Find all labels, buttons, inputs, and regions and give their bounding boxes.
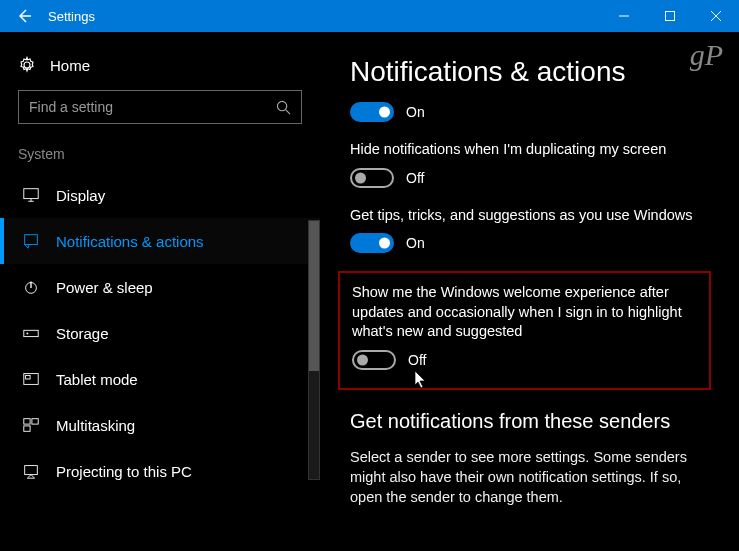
svg-rect-0 [666, 12, 675, 21]
sidebar-item-label: Storage [56, 325, 109, 342]
maximize-icon [665, 11, 675, 21]
back-button[interactable] [0, 0, 48, 32]
setting-welcome-experience: Show me the Windows welcome experience a… [352, 283, 697, 370]
sidebar-item-label: Projecting to this PC [56, 463, 192, 480]
home-label: Home [50, 57, 90, 74]
svg-rect-8 [26, 375, 31, 379]
arrow-left-icon [16, 8, 32, 24]
page-title: Notifications & actions [350, 56, 711, 88]
toggle-state: On [406, 104, 425, 120]
sidebar: Home System Display Notifications & acti… [0, 32, 320, 551]
sidebar-item-label: Power & sleep [56, 279, 153, 296]
minimize-icon [619, 11, 629, 21]
content-pane: Notifications & actions On Hide notifica… [320, 32, 739, 551]
svg-rect-5 [24, 330, 38, 336]
setting-notifications-master: On [350, 102, 711, 122]
window-title: Settings [48, 9, 601, 24]
multitasking-icon [22, 416, 40, 434]
sidebar-item-label: Multitasking [56, 417, 135, 434]
setting-tips: Get tips, tricks, and suggestions as you… [350, 206, 711, 254]
gear-icon [18, 56, 36, 74]
scrollbar-thumb[interactable] [309, 221, 319, 371]
svg-rect-11 [24, 426, 30, 431]
sidebar-item-projecting[interactable]: Projecting to this PC [0, 448, 320, 494]
sidebar-item-label: Notifications & actions [56, 233, 204, 250]
svg-point-6 [27, 333, 29, 335]
sidebar-item-label: Display [56, 187, 105, 204]
senders-description: Select a sender to see more settings. So… [350, 447, 711, 508]
sidebar-item-multitasking[interactable]: Multitasking [0, 402, 320, 448]
storage-icon [22, 324, 40, 342]
setting-label: Show me the Windows welcome experience a… [352, 283, 697, 342]
mouse-cursor-icon [414, 370, 428, 390]
svg-rect-10 [32, 419, 38, 424]
section-label: System [0, 146, 320, 172]
toggle-state: On [406, 235, 425, 251]
toggle-welcome-experience[interactable] [352, 350, 396, 370]
senders-heading: Get notifications from these senders [350, 410, 711, 433]
svg-rect-9 [24, 419, 30, 424]
sidebar-item-label: Tablet mode [56, 371, 138, 388]
sidebar-item-notifications[interactable]: Notifications & actions [0, 218, 320, 264]
svg-rect-2 [24, 189, 38, 199]
home-link[interactable]: Home [0, 50, 320, 90]
search-input-wrap[interactable] [18, 90, 302, 124]
sidebar-item-display[interactable]: Display [0, 172, 320, 218]
notification-icon [22, 232, 40, 250]
toggle-tips[interactable] [350, 233, 394, 253]
power-icon [22, 278, 40, 296]
sidebar-item-storage[interactable]: Storage [0, 310, 320, 356]
svg-rect-3 [25, 235, 38, 245]
sidebar-item-power[interactable]: Power & sleep [0, 264, 320, 310]
setting-hide-duplicating: Hide notifications when I'm duplicating … [350, 140, 711, 188]
search-input[interactable] [29, 99, 276, 115]
toggle-state: Off [408, 352, 426, 368]
highlight-box: Show me the Windows welcome experience a… [338, 271, 711, 390]
setting-label: Get tips, tricks, and suggestions as you… [350, 206, 711, 226]
titlebar: Settings [0, 0, 739, 32]
sidebar-scrollbar[interactable] [308, 220, 320, 480]
display-icon [22, 186, 40, 204]
setting-label: Hide notifications when I'm duplicating … [350, 140, 711, 160]
toggle-notifications-master[interactable] [350, 102, 394, 122]
close-button[interactable] [693, 0, 739, 32]
sidebar-item-tablet[interactable]: Tablet mode [0, 356, 320, 402]
tablet-icon [22, 370, 40, 388]
search-icon [276, 100, 291, 115]
toggle-state: Off [406, 170, 424, 186]
maximize-button[interactable] [647, 0, 693, 32]
toggle-hide-duplicating[interactable] [350, 168, 394, 188]
minimize-button[interactable] [601, 0, 647, 32]
svg-point-1 [277, 101, 286, 110]
svg-rect-12 [25, 466, 38, 475]
close-icon [711, 11, 721, 21]
projecting-icon [22, 462, 40, 480]
